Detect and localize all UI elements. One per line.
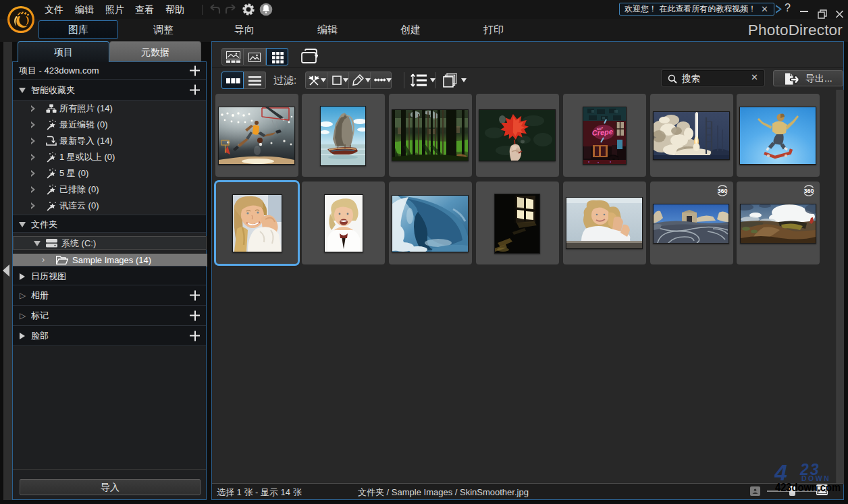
svg-text:360: 360 [804, 187, 814, 194]
svg-text:Crepe: Crepe [591, 127, 613, 136]
svg-text:360: 360 [717, 187, 727, 194]
svg-text:423down.com: 423down.com [775, 481, 841, 494]
